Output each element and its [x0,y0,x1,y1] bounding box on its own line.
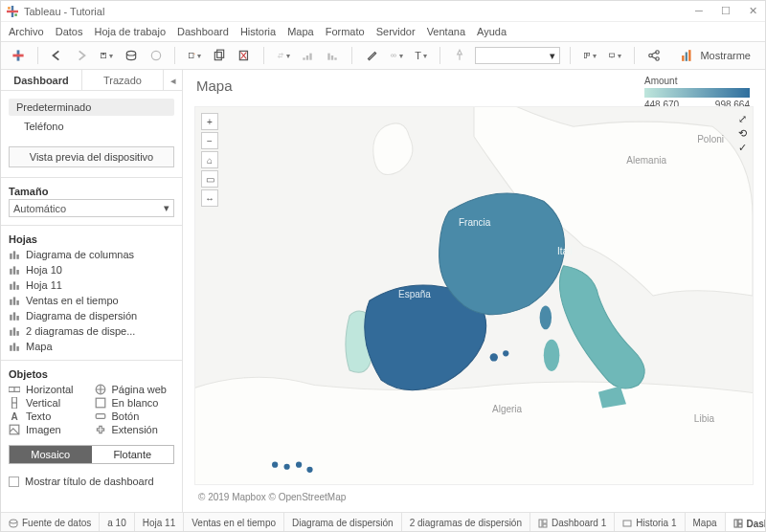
svg-point-67 [306,467,312,473]
menu-hoja[interactable]: Hoja de trabajo [94,26,166,37]
svg-rect-59 [96,414,105,419]
checkbox-icon[interactable] [9,477,19,487]
svg-rect-46 [16,316,18,321]
seg-tiled[interactable]: Mosaico [10,446,92,463]
tab-sheet[interactable]: Diagrama de dispersión [284,513,402,532]
clear-button[interactable] [235,46,254,65]
share-button[interactable] [644,46,664,65]
tab-sheet[interactable]: Ventas en el tiempo [184,513,284,532]
svg-point-8 [126,51,135,55]
save-button[interactable]: ▾ [97,46,116,65]
tableau-icon[interactable] [9,46,28,65]
menu-mapa[interactable]: Mapa [287,26,314,37]
tab-dashboard-active[interactable]: Dashboard 2 [726,512,765,532]
size-dropdown[interactable]: Automático ▾ [9,199,174,217]
svg-rect-75 [734,520,737,527]
fit-dropdown[interactable]: ▾ [475,47,560,64]
menu-formato[interactable]: Formato [326,26,365,37]
sort-desc-button[interactable] [323,46,342,65]
sheet-icon [9,249,20,260]
color-legend[interactable]: Amount 448.670 998.664 [644,76,750,110]
duplicate-button[interactable] [210,46,229,65]
label-italia: Itali [557,246,573,256]
tab-sheet[interactable]: 2 diagramas de dispersión [402,513,530,532]
lp-collapse-button[interactable]: ◂ [163,70,182,91]
device-preview-button[interactable]: Vista previa del dispositivo [9,146,174,167]
show-me-label: Mostrarme [700,50,751,61]
image-icon [9,424,20,435]
pause-button[interactable] [146,46,166,65]
tab-dashboard[interactable]: Dashboard 1 [530,513,615,532]
content-area: Dashboard Trazado ◂ Predeterminado Teléf… [1,70,765,512]
map-expand-button[interactable]: ⤢ [738,113,747,125]
showme-icon [681,49,694,62]
tab-data-source[interactable]: Fuente de datos [1,513,100,532]
new-data-button[interactable] [122,46,141,65]
dashboard-canvas[interactable]: Mapa Amount 448.670 998.664 [183,70,765,512]
device-default[interactable]: Predeterminado [9,99,174,116]
cards-button[interactable]: ▾ [580,46,599,65]
lp-tab-dashboard[interactable]: Dashboard [1,70,81,91]
group-button[interactable]: ▾ [387,46,406,65]
svg-rect-18 [327,54,329,60]
close-button[interactable]: ✕ [746,5,759,17]
maximize-button[interactable]: ☐ [719,5,732,17]
zoom-area-button[interactable]: ▭ [201,170,218,188]
obj-button[interactable]: Botón [95,410,175,422]
map-view-tools: ⤢ ⟲ ✓ [738,113,747,154]
menu-ventana[interactable]: Ventana [427,26,465,37]
highlight-button[interactable] [362,46,381,65]
obj-webpage[interactable]: Página web [95,384,175,395]
sheet-item[interactable]: Hoja 10 [7,262,176,277]
pin-button[interactable] [450,46,469,65]
tab-sheet[interactable]: Hoja 11 [135,513,184,532]
tab-sheet[interactable]: Mapa [686,513,726,532]
menu-datos[interactable]: Datos [56,26,83,37]
obj-image[interactable]: Imagen [9,424,89,435]
labels-button[interactable]: T▾ [412,46,431,65]
forward-button[interactable] [72,46,91,65]
menu-dashboard[interactable]: Dashboard [177,26,229,37]
zoom-in-button[interactable]: + [201,113,218,130]
svg-rect-74 [623,521,631,526]
sheet-item[interactable]: Mapa [7,339,176,354]
zoom-home-button[interactable]: ⌂ [201,151,218,168]
map-view[interactable]: Poloni Alemania Francia Itali España Alg… [194,106,754,485]
size-section-title: Tamaño [1,180,182,199]
menu-servidor[interactable]: Servidor [376,26,416,37]
tab-sheet[interactable]: a 10 [100,513,134,532]
svg-rect-7 [102,53,105,55]
obj-horizontal[interactable]: Horizontal [9,384,89,395]
sort-asc-button[interactable] [299,46,318,65]
show-title-label: Mostrar título de dashboard [25,476,154,487]
presentation-button[interactable]: ▾ [605,46,624,65]
menu-historia[interactable]: Historia [240,26,276,37]
tiled-floating-toggle[interactable]: Mosaico Flotante [9,445,174,464]
obj-text[interactable]: ATexto [9,410,89,422]
back-button[interactable] [48,46,67,65]
swap-button[interactable]: ▾ [274,46,293,65]
tab-story[interactable]: Historia 1 [615,513,685,532]
map-reset-button[interactable]: ⟲ [738,127,747,140]
obj-blank[interactable]: En blanco [95,397,175,409]
sheet-item[interactable]: Diagrama de dispersión [7,308,176,323]
new-sheet-button[interactable]: +▾ [185,46,204,65]
lp-tab-layout[interactable]: Trazado [81,70,163,91]
sheet-item[interactable]: Hoja 11 [7,277,176,293]
sheet-item[interactable]: Diagrama de columnas [7,247,176,262]
menu-archivo[interactable]: Archivo [9,26,44,37]
minimize-button[interactable]: ─ [692,5,706,17]
show-me-button[interactable]: Mostrarme [674,46,757,65]
zoom-out-button[interactable]: − [201,132,218,149]
sheet-item[interactable]: Ventas en el tiempo [7,293,176,308]
sheet-item[interactable]: 2 diagramas de dispe... [7,323,176,339]
seg-floating[interactable]: Flotante [92,446,174,463]
device-phone[interactable]: Teléfono [9,118,174,135]
map-keep-button[interactable]: ✓ [738,142,747,154]
pan-button[interactable]: ↔ [201,189,218,207]
legend-gradient [644,88,750,98]
obj-extension[interactable]: Extensión [95,424,175,435]
obj-vertical[interactable]: Vertical [9,397,89,409]
menu-ayuda[interactable]: Ayuda [477,26,507,37]
show-title-checkbox-row[interactable]: Mostrar título de dashboard [1,472,182,495]
